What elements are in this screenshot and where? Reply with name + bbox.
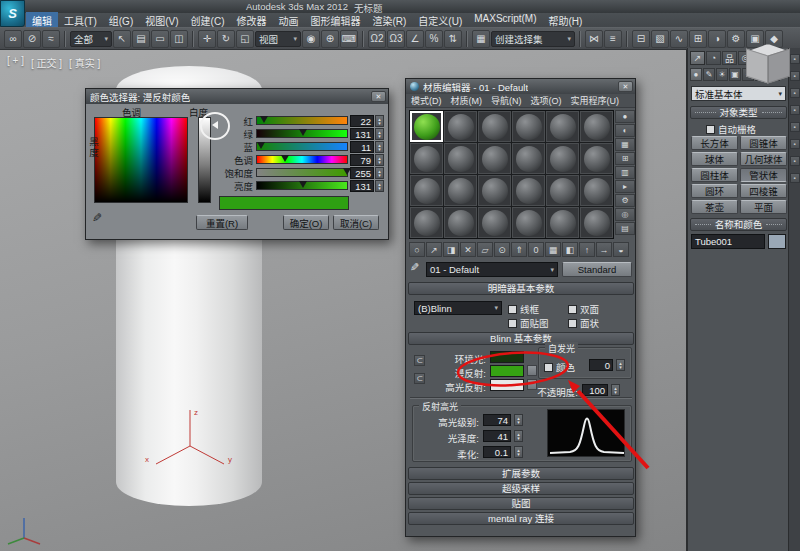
edit-named-selection-sets-icon[interactable]: ▦ — [472, 30, 490, 48]
spinner[interactable]: ▴▾ — [616, 359, 625, 371]
spinner[interactable]: ▴▾ — [514, 414, 523, 426]
object-type-button[interactable]: 球体 — [691, 152, 738, 166]
dock-icon[interactable]: ▪ — [790, 122, 800, 132]
menu-item[interactable]: 渲染(R) — [366, 12, 412, 29]
put-to-library-icon[interactable]: ⇑ — [511, 242, 527, 257]
menu-item[interactable]: 动画 — [272, 12, 304, 29]
go-to-parent-icon[interactable]: ↑ — [579, 242, 595, 257]
spinner-snap-icon[interactable]: ⇅ — [444, 30, 462, 48]
slider-marker[interactable] — [343, 168, 351, 175]
select-and-link-icon[interactable]: ∞ — [4, 30, 22, 48]
go-forward-to-sibling-icon[interactable]: → — [596, 242, 612, 257]
object-type-button[interactable]: 四棱锥 — [740, 184, 787, 198]
slider-value[interactable]: 131 — [350, 180, 374, 192]
slider-bar[interactable] — [256, 155, 348, 164]
select-object-icon[interactable]: ↖ — [113, 30, 131, 48]
selection-filter-dropdown[interactable]: 全部▾ — [70, 31, 112, 47]
opacity-value[interactable]: 100 — [582, 384, 608, 396]
window-crossing-icon[interactable]: ◫ — [170, 30, 188, 48]
menu-item[interactable]: 模式(D) — [411, 94, 442, 107]
spinner-down-icon[interactable]: ▾ — [378, 134, 381, 138]
material-sample-slot[interactable] — [478, 111, 511, 142]
slider-marker[interactable] — [257, 142, 265, 149]
make-preview-icon[interactable]: ▸ — [615, 180, 635, 193]
eyedropper-icon[interactable]: ✎ — [92, 211, 102, 225]
material-name-dropdown[interactable]: 01 - Default ▾ — [426, 262, 558, 277]
spinner[interactable]: ▴▾ — [375, 154, 384, 166]
slider-bar[interactable] — [256, 168, 348, 177]
material-sample-slot[interactable] — [444, 111, 477, 142]
object-color-swatch[interactable] — [768, 234, 786, 249]
slider-value[interactable]: 22 — [350, 115, 374, 127]
shader-type-dropdown[interactable]: (B)Blinn ▾ — [414, 301, 502, 315]
use-pivot-center-icon[interactable]: ◉ — [302, 30, 320, 48]
backlight-icon[interactable]: ◐ — [615, 124, 635, 137]
material-sample-slot[interactable] — [580, 207, 613, 238]
angle-snap-icon[interactable]: ∠ — [406, 30, 424, 48]
material-sample-slot[interactable] — [410, 111, 443, 142]
pick-material-icon[interactable]: ✎ — [410, 261, 419, 274]
glossiness-value[interactable]: 41 — [483, 430, 511, 442]
video-color-check-icon[interactable]: ▥ — [615, 166, 635, 179]
material-sample-slot[interactable] — [512, 175, 545, 206]
menu-item[interactable]: 导航(N) — [491, 94, 522, 107]
slider-bar[interactable] — [256, 142, 348, 151]
material-type-button[interactable]: Standard — [562, 262, 632, 277]
material-sample-slot[interactable] — [580, 175, 613, 206]
make-unique-icon[interactable]: ⊙ — [494, 242, 510, 257]
assign-material-to-selection-icon[interactable]: ◨ — [443, 242, 459, 257]
menu-item[interactable]: 图形编辑器 — [304, 12, 366, 29]
rollout-header[interactable]: mental ray 连接 — [408, 512, 634, 525]
material-sample-slot[interactable] — [410, 143, 443, 174]
viewport-menu-label[interactable]: [ + ] — [7, 55, 24, 70]
reset-button[interactable]: 重置(R) — [196, 215, 248, 230]
menu-item[interactable]: 材质(M) — [451, 94, 483, 107]
material-sample-slot[interactable] — [546, 175, 579, 206]
diffuse-map-button[interactable] — [527, 365, 537, 376]
snap-toggle-3d-icon[interactable]: Ω3 — [387, 30, 405, 48]
layer-manager-icon[interactable]: ⊟ — [632, 30, 650, 48]
select-and-move-icon[interactable]: ✛ — [198, 30, 216, 48]
spinner-down-icon[interactable]: ▾ — [517, 452, 520, 456]
snap-toggle-2d-icon[interactable]: Ω2 — [368, 30, 386, 48]
tab-hierarchy-icon[interactable]: 品 — [722, 51, 737, 65]
select-and-manipulate-icon[interactable]: ⊕ — [321, 30, 339, 48]
menu-item[interactable]: 创建(C) — [185, 12, 231, 29]
select-by-material-icon[interactable]: ◎ — [615, 208, 635, 221]
menu-item[interactable]: 编辑 — [26, 12, 58, 29]
material-id-channel-icon[interactable]: 0 — [528, 242, 544, 257]
spinner-down-icon[interactable]: ▾ — [378, 186, 381, 190]
faceted-checkbox[interactable]: 面状 — [568, 316, 599, 330]
specular-level-value[interactable]: 74 — [483, 414, 511, 426]
sample-type-icon[interactable]: ● — [615, 110, 635, 123]
specular-swatch[interactable] — [490, 379, 524, 391]
show-end-result-icon[interactable]: ◧ — [562, 242, 578, 257]
whiteness-strip[interactable] — [198, 117, 211, 203]
color-selector-titlebar[interactable]: 颜色选择器: 漫反射颜色 ✕ — [86, 89, 388, 104]
lock-ambient-diffuse-icon[interactable]: ⊂ — [414, 355, 425, 366]
viewcube-left-face[interactable] — [746, 48, 768, 83]
subtab-geometry-icon[interactable]: ● — [690, 68, 702, 81]
spinner-down-icon[interactable]: ▾ — [619, 365, 622, 369]
bind-to-spacewarp-icon[interactable]: ≈ — [42, 30, 60, 48]
spinner[interactable]: ▴▾ — [611, 384, 620, 396]
spinner[interactable]: ▴▾ — [514, 430, 523, 442]
align-icon[interactable]: ≡ — [604, 30, 622, 48]
named-selection-sets-dropdown[interactable]: 创建选择集▾ — [491, 31, 575, 47]
make-material-copy-icon[interactable]: ▱ — [477, 242, 493, 257]
slider-value[interactable]: 11 — [350, 141, 374, 153]
slider-value[interactable]: 255 — [350, 167, 374, 179]
menu-item[interactable]: 选项(O) — [531, 94, 562, 107]
material-sample-slot[interactable] — [546, 143, 579, 174]
subtab-lights-icon[interactable]: ☀ — [716, 68, 728, 81]
hue-blackness-box[interactable] — [94, 117, 188, 203]
object-type-button[interactable]: 圆环 — [691, 184, 738, 198]
keyboard-override-icon[interactable]: ⌨ — [340, 30, 358, 48]
material-editor-titlebar[interactable]: 材质编辑器 - 01 - Default ✕ — [406, 79, 635, 94]
curve-editor-icon[interactable]: ∿ — [670, 30, 688, 48]
object-type-button[interactable]: 圆锥体 — [740, 136, 787, 150]
slider-value[interactable]: 131 — [350, 128, 374, 140]
reset-map-icon[interactable]: ✕ — [460, 242, 476, 257]
spinner[interactable]: ▴▾ — [375, 167, 384, 179]
select-and-scale-icon[interactable]: ◱ — [236, 30, 254, 48]
